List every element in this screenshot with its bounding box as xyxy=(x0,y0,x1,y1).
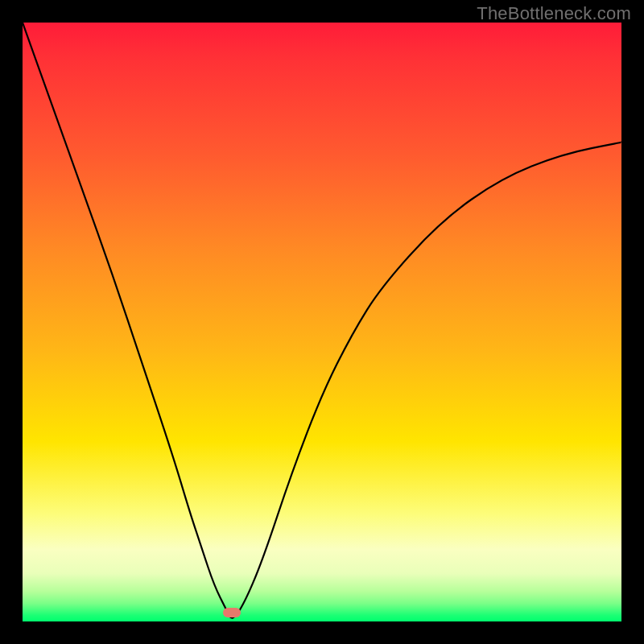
optimal-point-marker xyxy=(223,608,241,617)
watermark-text: TheBottleneck.com xyxy=(477,3,631,24)
chart-frame: TheBottleneck.com xyxy=(0,0,644,644)
bottleneck-curve xyxy=(23,23,621,621)
plot-area xyxy=(23,23,621,621)
